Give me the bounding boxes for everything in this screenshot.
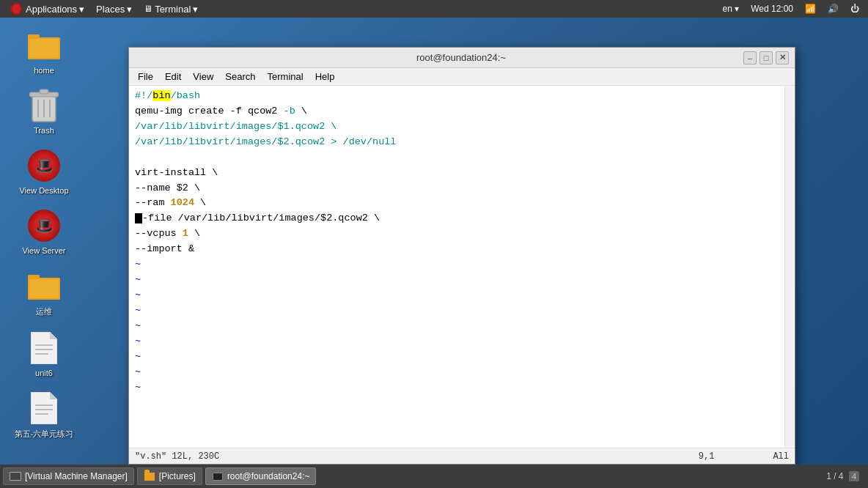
code-line-9: --vcpus 1 \	[135, 226, 789, 242]
menu-view[interactable]: View	[187, 70, 219, 84]
taskbar-pager-label: 1 / 4	[826, 471, 843, 481]
tilde-9: ~	[135, 380, 789, 396]
doc-unit6-icon	[26, 330, 62, 366]
lang-label: en	[722, 4, 732, 14]
taskbar-pager[interactable]: 1 / 4 4	[820, 471, 865, 481]
taskbar-item-terminal[interactable]: root@foundation24:~	[205, 467, 317, 485]
terminal-statusbar: "v.sh" 12L, 230C 9,1 All	[129, 448, 795, 464]
desktop-icon-unit6-label: unit6	[35, 369, 53, 377]
code-line-8: -file /var/lib/libvirt/images/$2.qcow2 \	[135, 211, 789, 226]
desktop-icon-exercise-label: 第五-六单元练习	[15, 429, 74, 440]
topbar: Applications ▾ Places ▾ 🖥 Terminal ▾ en …	[0, 0, 868, 18]
code-line-10: --import &	[135, 242, 789, 257]
terminal-menubar: File Edit View Search Terminal Help	[129, 68, 795, 86]
terminal-titlebar[interactable]: root@foundation24:~ – □ ✕	[129, 48, 795, 68]
code-line-3: /var/lib/libvirt/images/$1.qcow2 \	[135, 119, 789, 135]
terminal-maximize-button[interactable]: □	[760, 51, 773, 64]
desktop-icon-yunwei-label: 运维	[36, 306, 52, 317]
folder-home-icon	[26, 28, 62, 63]
tilde-3: ~	[135, 288, 789, 303]
desktop-icon-trash-label: Trash	[34, 126, 54, 135]
terminal-content[interactable]: #!/bin/bash qemu-img create -f qcow2 -b …	[129, 86, 795, 448]
svg-marker-18	[50, 392, 57, 399]
terminal-minimize-button[interactable]: –	[743, 51, 757, 64]
taskbar-item-virt-manager[interactable]: [Virtual Machine Manager]	[3, 467, 134, 485]
code-line-blank	[135, 150, 789, 166]
menu-file[interactable]: File	[132, 70, 159, 84]
desktop-icon-view-desktop-label: View Desktop	[19, 186, 68, 195]
code-line-6: --name $2 \	[135, 181, 789, 196]
svg-rect-11	[29, 279, 59, 298]
doc-exercise-icon	[26, 391, 62, 426]
terminal-close-button[interactable]: ✕	[776, 51, 789, 64]
terminal-chevron-icon: ▾	[193, 4, 198, 15]
desktop-icon-exercise[interactable]: 第五-六单元练习	[11, 388, 77, 443]
code-line-1: #!/bin/bash	[135, 89, 789, 104]
terminal-title: root@foundation24:~	[179, 52, 743, 63]
terminal-controls: – □ ✕	[743, 51, 789, 64]
statusbar-position: 9,1	[699, 451, 715, 462]
folder-yunwei-icon	[26, 268, 62, 303]
desktop-icon-home[interactable]: home	[11, 25, 77, 78]
svg-marker-13	[50, 332, 57, 339]
svg-rect-5	[40, 89, 48, 94]
places-label: Places	[96, 4, 125, 15]
taskbar-item-pictures[interactable]: [Pictures]	[137, 467, 202, 485]
topbar-wifi-icon[interactable]: 📶	[802, 4, 819, 14]
terminal-icon: 🖥	[144, 4, 152, 14]
taskbar-virt-manager-label: [Virtual Machine Manager]	[25, 471, 128, 481]
code-line-7: --ram 1024 \	[135, 196, 789, 211]
trash-icon	[26, 88, 62, 123]
applications-chevron-icon: ▾	[79, 4, 84, 15]
topbar-right: en ▾ Wed 12:00 📶 🔊 ⏻	[719, 4, 862, 14]
topbar-terminal[interactable]: 🖥 Terminal ▾	[139, 0, 202, 18]
menu-help[interactable]: Help	[309, 70, 341, 84]
tilde-5: ~	[135, 319, 789, 334]
topbar-left: Applications ▾ Places ▾ 🖥 Terminal ▾	[6, 0, 202, 18]
svg-rect-2	[29, 39, 59, 58]
desktop-icon-view-server-label: View Server	[22, 246, 65, 255]
statusbar-file-info: "v.sh" 12L, 230C	[135, 451, 219, 462]
tilde-8: ~	[135, 365, 789, 380]
tilde-1: ~	[135, 257, 789, 273]
desktop-icon-view-desktop[interactable]: 🎩 View Desktop	[11, 145, 77, 198]
menu-edit[interactable]: Edit	[159, 70, 187, 84]
tilde-4: ~	[135, 303, 789, 319]
code-line-4: /var/lib/libvirt/images/$2.qcow2 > /dev/…	[135, 135, 789, 150]
taskbar-terminal-label: root@foundation24:~	[227, 471, 310, 481]
desktop-icon-view-server[interactable]: 🎩 View Server	[11, 205, 77, 258]
desktop: home Trash 🎩 View Desktop	[0, 18, 868, 465]
virt-manager-icon	[10, 470, 21, 482]
tilde-6: ~	[135, 334, 789, 350]
lang-chevron-icon: ▾	[735, 4, 739, 14]
applications-label: Applications	[26, 4, 77, 15]
terminal-scrollbar[interactable]	[784, 86, 795, 448]
desktop-icon-unit6[interactable]: unit6	[11, 328, 77, 380]
terminal-label: Terminal	[155, 4, 191, 15]
topbar-datetime[interactable]: Wed 12:00	[748, 4, 796, 14]
menu-terminal[interactable]: Terminal	[262, 70, 309, 84]
view-desktop-icon: 🎩	[26, 148, 62, 183]
view-server-icon: 🎩	[26, 208, 62, 243]
topbar-power-icon[interactable]: ⏻	[847, 4, 862, 14]
places-chevron-icon: ▾	[127, 4, 132, 15]
statusbar-all: All	[773, 451, 789, 462]
desktop-icon-trash[interactable]: Trash	[11, 85, 77, 138]
topbar-volume-icon[interactable]: 🔊	[825, 4, 842, 14]
topbar-lang[interactable]: en ▾	[719, 4, 742, 14]
desktop-icon-home-label: home	[34, 66, 54, 75]
datetime-label: Wed 12:00	[751, 4, 793, 14]
taskbar-pictures-label: [Pictures]	[159, 471, 196, 481]
taskbar-terminal-icon	[212, 470, 224, 482]
terminal-window: root@foundation24:~ – □ ✕ File Edit View…	[128, 47, 795, 465]
taskbar-pager-box: 4	[849, 471, 859, 481]
topbar-applications[interactable]: Applications ▾	[6, 0, 89, 18]
pictures-folder-icon	[144, 470, 155, 482]
redhat-logo-icon	[10, 3, 22, 15]
desktop-icons: home Trash 🎩 View Desktop	[0, 18, 88, 450]
taskbar: [Virtual Machine Manager] [Pictures] roo…	[0, 465, 868, 488]
tilde-2: ~	[135, 273, 789, 288]
menu-search[interactable]: Search	[219, 70, 261, 84]
desktop-icon-yunwei[interactable]: 运维	[11, 265, 77, 320]
topbar-places[interactable]: Places ▾	[92, 0, 136, 18]
